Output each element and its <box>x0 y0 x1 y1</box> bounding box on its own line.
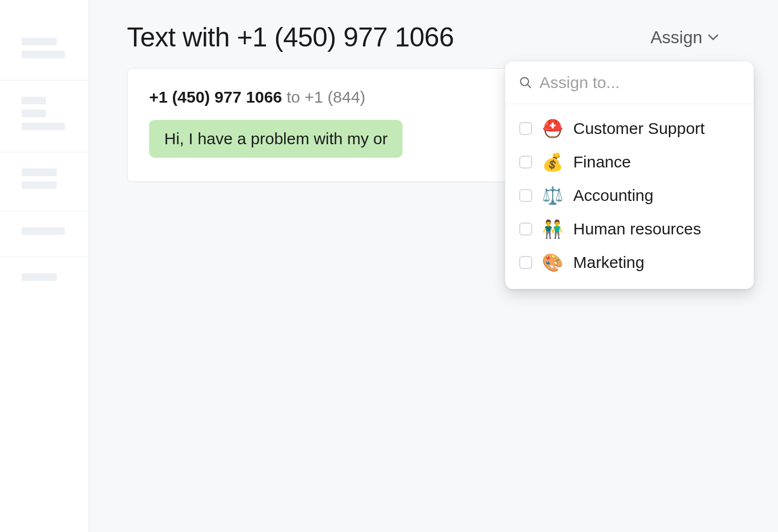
skeleton-line <box>22 97 46 104</box>
from-number: +1 (450) 977 1066 <box>149 88 282 106</box>
checkbox[interactable] <box>519 189 532 202</box>
assign-option-customer-support[interactable]: ⛑️ Customer Support <box>505 112 754 145</box>
message-bubble: Hi, I have a problem with my or <box>149 120 403 158</box>
option-label: Finance <box>573 153 631 171</box>
money-bag-icon: 💰 <box>542 152 564 172</box>
option-label: Accounting <box>573 186 653 205</box>
main-content: Text with +1 (450) 977 1066 Assign +1 (4… <box>89 0 778 532</box>
skeleton-line <box>22 38 57 45</box>
skeleton-line <box>22 51 65 58</box>
checkbox[interactable] <box>519 256 532 269</box>
scales-icon: ⚖️ <box>542 185 564 206</box>
to-word: to <box>286 88 300 106</box>
checkbox[interactable] <box>519 223 532 235</box>
option-label: Customer Support <box>573 119 705 138</box>
skeleton-line <box>22 227 65 235</box>
chevron-down-icon <box>708 33 719 41</box>
sidebar-skeleton-group <box>0 152 89 211</box>
assign-search-row <box>505 62 754 104</box>
conversation-participants: +1 (450) 977 1066 to +1 (844) <box>149 88 365 106</box>
to-number: +1 (844) <box>305 88 366 106</box>
skeleton-line <box>22 181 57 189</box>
palette-icon: 🎨 <box>542 252 564 273</box>
sidebar-skeleton-group <box>0 211 89 257</box>
assign-dropdown-panel: ⛑️ Customer Support 💰 Finance ⚖️ Account… <box>505 62 754 289</box>
skeleton-line <box>22 273 57 281</box>
assign-dropdown-trigger[interactable]: Assign <box>650 28 740 48</box>
assign-option-accounting[interactable]: ⚖️ Accounting <box>505 179 754 212</box>
option-label: Marketing <box>573 253 645 272</box>
svg-line-1 <box>528 85 531 88</box>
sidebar <box>0 0 89 532</box>
assign-search-input[interactable] <box>540 73 740 92</box>
checkbox[interactable] <box>519 156 532 169</box>
assign-option-hr[interactable]: 👬 Human resources <box>505 212 754 246</box>
sidebar-skeleton-group <box>0 22 89 80</box>
assign-label: Assign <box>650 28 702 48</box>
option-label: Human resources <box>573 220 701 238</box>
page-header: Text with +1 (450) 977 1066 Assign <box>127 22 740 53</box>
search-icon <box>519 76 532 90</box>
sidebar-skeleton-group <box>0 257 89 302</box>
skeleton-line <box>22 123 65 130</box>
helmet-icon: ⛑️ <box>542 118 564 139</box>
people-icon: 👬 <box>542 219 564 239</box>
assign-option-finance[interactable]: 💰 Finance <box>505 145 754 179</box>
svg-point-0 <box>520 78 528 86</box>
assign-option-marketing[interactable]: 🎨 Marketing <box>505 246 754 279</box>
skeleton-line <box>22 169 57 176</box>
page-title: Text with +1 (450) 977 1066 <box>127 22 454 53</box>
skeleton-line <box>22 110 46 117</box>
checkbox[interactable] <box>519 122 532 135</box>
sidebar-skeleton-group <box>0 80 89 152</box>
assign-options-list: ⛑️ Customer Support 💰 Finance ⚖️ Account… <box>505 104 754 289</box>
